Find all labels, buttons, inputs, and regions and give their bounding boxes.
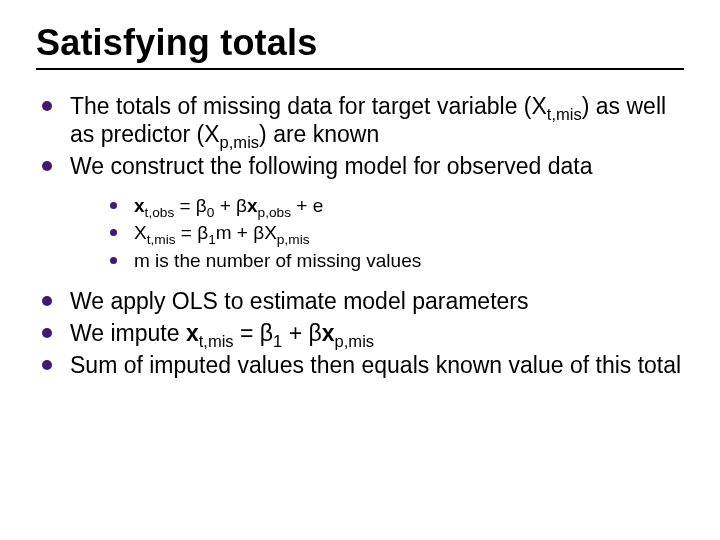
subscript: t,mis (547, 105, 582, 124)
text-bold: x (134, 195, 145, 216)
text-bold: x (186, 320, 199, 346)
subscript: p,mis (335, 332, 375, 351)
text: m + βX (216, 222, 277, 243)
bullet-list: The totals of missing data for target va… (36, 92, 684, 379)
sub-bullet-2: Xt,mis = β1m + βXp,mis (70, 221, 684, 245)
text-bold: x (322, 320, 335, 346)
text-bold: x (247, 195, 258, 216)
text: = β (174, 195, 207, 216)
bullet-item-3: We apply OLS to estimate model parameter… (36, 287, 684, 315)
text: Sum of imputed values then equals known … (70, 352, 681, 378)
bullet-item-1: The totals of missing data for target va… (36, 92, 684, 148)
sub-bullet-list: xt,obs = β0 + βxp,obs + e Xt,mis = β1m +… (70, 194, 684, 273)
subscript: p,mis (277, 232, 310, 247)
subscript: p,obs (258, 205, 291, 220)
sub-bullet-1: xt,obs = β0 + βxp,obs + e (70, 194, 684, 218)
bullet-item-2: We construct the following model for obs… (36, 152, 684, 273)
subscript: t,mis (199, 332, 234, 351)
text: = β (234, 320, 273, 346)
text: + e (291, 195, 323, 216)
slide-title: Satisfying totals (36, 22, 684, 64)
subscript: 1 (208, 232, 216, 247)
title-underline (36, 68, 684, 70)
text: = β (176, 222, 209, 243)
text: ) are known (259, 121, 379, 147)
subscript: p,mis (220, 133, 260, 152)
sub-bullet-3: m is the number of missing values (70, 249, 684, 273)
text: + β (282, 320, 321, 346)
slide: Satisfying totals The totals of missing … (0, 0, 720, 540)
text: X (134, 222, 147, 243)
text: We construct the following model for obs… (70, 153, 592, 179)
text: The totals of missing data for target va… (70, 93, 547, 119)
subscript: t,obs (145, 205, 175, 220)
text: We impute (70, 320, 186, 346)
subscript: 1 (273, 332, 282, 351)
bullet-item-5: Sum of imputed values then equals known … (36, 351, 684, 379)
text: + β (214, 195, 247, 216)
subscript: t,mis (147, 232, 176, 247)
text: m is the number of missing values (134, 250, 421, 271)
bullet-item-4: We impute xt,mis = β1 + βxp,mis (36, 319, 684, 347)
text: We apply OLS to estimate model parameter… (70, 288, 529, 314)
